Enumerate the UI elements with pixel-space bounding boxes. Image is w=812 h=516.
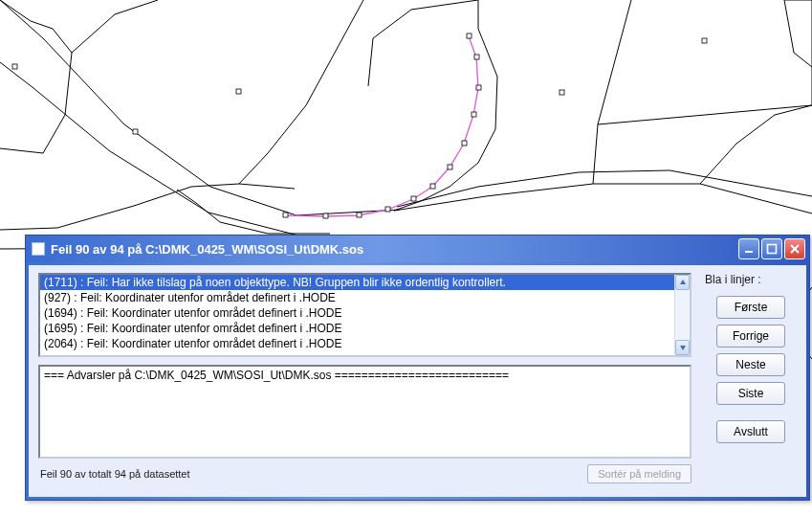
svg-rect-4 [411,196,416,201]
svg-rect-17 [745,251,753,253]
scroll-track[interactable] [675,290,690,340]
scroll-down-button[interactable] [675,340,690,355]
scrollbar[interactable] [674,275,690,355]
svg-rect-2 [357,213,362,217]
svg-rect-15 [560,90,564,95]
svg-rect-6 [448,165,452,169]
error-list-row[interactable]: (1695) : Feil: Koordinater utenfor områd… [40,321,674,336]
svg-rect-7 [462,141,467,146]
svg-rect-5 [430,184,435,189]
last-button[interactable]: Siste [716,382,785,405]
nav-label: Bla i linjer : [705,273,797,286]
svg-rect-9 [476,85,481,90]
svg-rect-13 [12,64,17,69]
svg-rect-18 [768,245,777,254]
svg-rect-8 [472,112,476,117]
close-button[interactable] [784,238,805,259]
svg-rect-16 [702,38,707,43]
window-title: Feil 90 av 94 på C:\DMK_0425_WM\SOSI_Ut\… [51,242,738,257]
svg-rect-0 [283,213,288,217]
error-list-row[interactable]: (2064) : Feil: Koordinater utenfor områd… [40,336,674,351]
svg-rect-1 [323,213,328,218]
maximize-button[interactable] [761,238,782,259]
titlebar[interactable]: Feil 90 av 94 på C:\DMK_0425_WM\SOSI_Ut\… [26,236,809,262]
error-list-row[interactable]: (1711) : Feil: Har ikke tilslag på noen … [40,275,674,290]
sort-button[interactable]: Sortér på melding [587,464,691,483]
svg-rect-12 [133,129,138,134]
next-button[interactable]: Neste [716,353,785,376]
warnings-textbox[interactable]: === Advarsler på C:\DMK_0425_WM\SOSI_Ut\… [38,365,691,459]
close-dialog-button[interactable]: Avslutt [716,420,785,443]
error-list-row[interactable]: (927) : Feil: Koordinater utenfor område… [40,290,674,305]
svg-rect-14 [236,89,241,94]
svg-rect-3 [385,207,390,212]
svg-rect-10 [474,55,479,59]
minimize-button[interactable] [738,238,759,259]
svg-rect-11 [467,34,472,38]
app-icon [32,242,45,256]
error-dialog: Feil 90 av 94 på C:\DMK_0425_WM\SOSI_Ut\… [25,235,810,501]
first-button[interactable]: Første [716,296,785,319]
error-list[interactable]: (1711) : Feil: Har ikke tilslag på noen … [38,273,691,357]
warnings-text: === Advarsler på C:\DMK_0425_WM\SOSI_Ut\… [44,369,509,382]
status-text: Feil 90 av totalt 94 på datasettet [38,468,576,480]
scroll-up-button[interactable] [675,275,690,290]
prev-button[interactable]: Forrige [716,325,785,348]
error-list-row[interactable]: (1694) : Feil: Koordinater utenfor områd… [40,305,674,321]
